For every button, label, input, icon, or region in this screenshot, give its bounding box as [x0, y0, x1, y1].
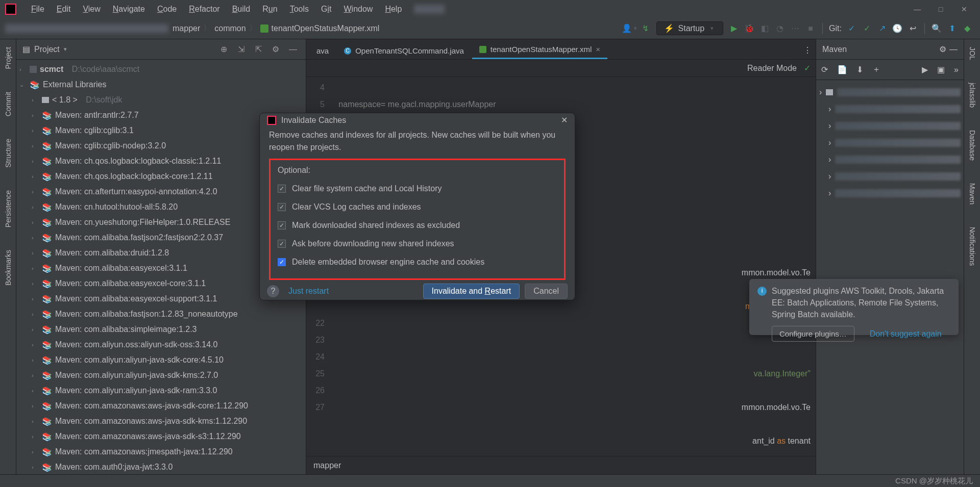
window-maximize[interactable]: □ [930, 5, 951, 13]
reader-mode-label[interactable]: Reader Mode [747, 64, 797, 73]
locate-icon[interactable]: ⊕ [217, 44, 230, 54]
run-maven-icon[interactable]: ▶ [922, 65, 928, 74]
git-push-icon[interactable]: ↗ [874, 21, 890, 36]
stop-button[interactable]: ■ [803, 21, 818, 36]
library-node[interactable]: ›📚Maven: com.amazonaws:aws-java-sdk-s3:1… [16, 429, 306, 444]
menu-file[interactable]: File [26, 3, 50, 16]
git-rollback-icon[interactable]: ↩ [905, 21, 920, 36]
git-history-icon[interactable]: 🕓 [890, 21, 905, 36]
coverage-button[interactable]: ◧ [757, 21, 772, 36]
refresh-icon[interactable]: ⟳ [821, 65, 828, 74]
library-icon: 📚 [42, 279, 52, 289]
library-node[interactable]: ›📚Maven: com.alibaba:fastjson:1.2.83_non… [16, 306, 306, 322]
editor-tab-active[interactable]: tenantOpenStatusMapper.xml× [472, 41, 607, 59]
library-icon: 📚 [42, 172, 52, 182]
menu-window[interactable]: Window [338, 3, 378, 16]
library-node[interactable]: ›📚Maven: com.aliyun:aliyun-java-sdk-kms:… [16, 368, 306, 383]
library-node[interactable]: ›📚Maven: com.aliyun.oss:aliyun-sdk-oss:3… [16, 337, 306, 352]
help-icon[interactable]: ? [267, 285, 279, 297]
close-icon[interactable]: ✕ [561, 115, 568, 125]
commit-tool[interactable]: Commit [4, 92, 12, 118]
library-node[interactable]: ›📚Maven: com.aliyun:aliyun-java-sdk-ram:… [16, 383, 306, 398]
execute-icon[interactable]: ▣ [937, 65, 945, 74]
persistence-tool[interactable]: Persistence [4, 190, 12, 229]
menu-refactor[interactable]: Refactor [184, 3, 225, 16]
bookmarks-tool[interactable]: Bookmarks [4, 250, 12, 288]
user-icon[interactable]: 👤▾ [623, 21, 638, 36]
settings-icon[interactable]: ⚙ [269, 44, 282, 54]
run-button[interactable]: ▶ [726, 21, 742, 36]
attach-button[interactable]: ⋯ [788, 21, 803, 36]
jol-tool[interactable]: JOL [968, 47, 976, 62]
menu-build[interactable]: Build [227, 3, 256, 16]
library-node[interactable]: ›📚Maven: com.alibaba:simpleimage:1.2.3 [16, 322, 306, 337]
library-node[interactable]: ›📚Maven: com.amazonaws:aws-java-sdk-core… [16, 398, 306, 414]
debug-button[interactable]: 🐞 [742, 21, 757, 36]
project-root[interactable]: › scmct D:\code\aaa\scmct [16, 62, 306, 77]
extra-icon[interactable]: ◆ [960, 21, 975, 36]
library-node[interactable]: ›📚Maven: com.auth0:java-jwt:3.3.0 [16, 459, 306, 474]
gear-icon[interactable]: ⚙ [939, 44, 946, 54]
checkbox-ask-download[interactable]: ✓Ask before downloading new shared index… [278, 235, 557, 253]
library-node[interactable]: ›📚Maven: com.amazonaws:jmespath-java:1.1… [16, 444, 306, 459]
run-configuration-select[interactable]: ⚡ Startup ▾ [656, 21, 724, 35]
git-commit-icon[interactable]: ✓ [859, 21, 874, 36]
library-icon: 📚 [42, 432, 52, 442]
jdk-node[interactable]: › < 1.8 > D:\soft\jdk [16, 92, 306, 108]
menu-run[interactable]: Run [257, 3, 282, 16]
editor-tab[interactable]: ava [309, 42, 336, 59]
editor-tab[interactable]: COpenTenantSQLCommand.java [337, 42, 471, 59]
checkbox-clear-vcs[interactable]: ✓Clear VCS Log caches and indexes [278, 198, 557, 216]
menu-git[interactable]: Git [316, 3, 336, 16]
menu-tools[interactable]: Tools [285, 3, 314, 16]
more-tabs-icon[interactable]: ⋮ [799, 41, 816, 59]
checkbox-delete-browser[interactable]: ✓Delete embedded browser engine cache an… [278, 253, 557, 271]
cancel-button[interactable]: Cancel [525, 284, 568, 299]
just-restart-link[interactable]: Just restart [288, 287, 329, 296]
project-tool[interactable]: Project [4, 47, 12, 71]
git-update-icon[interactable]: ✓ [844, 21, 859, 36]
menu-code[interactable]: Code [152, 3, 182, 16]
hide-icon[interactable]: — [949, 45, 958, 54]
sync-icon[interactable]: ⬆ [944, 21, 960, 36]
menu-navigate[interactable]: Navigate [108, 3, 150, 16]
maven-tool[interactable]: Maven [968, 183, 976, 207]
hide-icon[interactable]: — [286, 45, 300, 54]
download-icon[interactable]: ⬇ [856, 65, 863, 74]
database-tool[interactable]: Database [968, 130, 976, 163]
close-tab-icon[interactable]: × [596, 45, 600, 54]
breadcrumb-file[interactable]: tenantOpenStatusMapper.xml [272, 24, 380, 33]
generate-icon[interactable]: 📄 [837, 65, 847, 74]
menu-edit[interactable]: Edit [52, 3, 76, 16]
maven-tree[interactable]: › › › › › › › [816, 80, 964, 474]
window-minimize[interactable]: ― [906, 5, 928, 13]
menu-help[interactable]: Help [380, 3, 407, 16]
profile-button[interactable]: ◔ [772, 21, 788, 36]
search-icon[interactable]: 🔍 [929, 21, 944, 36]
configure-plugins-button[interactable]: Configure plugins… [772, 326, 854, 342]
collapse-icon[interactable]: ⇱ [252, 44, 265, 54]
hammer-icon[interactable]: ↯ [638, 21, 653, 36]
checkbox-mark-excluded[interactable]: ✓Mark downloaded shared indexes as exclu… [278, 216, 557, 235]
breadcrumb-seg[interactable]: mapper [173, 24, 200, 33]
breadcrumb-seg[interactable]: common [214, 24, 246, 33]
more-icon[interactable]: » [954, 65, 959, 74]
expand-icon[interactable]: ⇲ [234, 44, 248, 54]
window-close[interactable]: ✕ [953, 5, 975, 13]
notifications-tool[interactable]: Notifications [968, 227, 976, 268]
structure-tool[interactable]: Structure [4, 139, 12, 170]
library-icon: 📚 [42, 386, 52, 396]
library-node[interactable]: ›📚Maven: com.amazonaws:aws-java-sdk-kms:… [16, 414, 306, 429]
add-icon[interactable]: ＋ [872, 64, 880, 75]
menu-view[interactable]: View [78, 3, 105, 16]
dont-suggest-link[interactable]: Don't suggest again [870, 326, 942, 342]
notification-text: Suggested plugins AWS Toolkit, Drools, J… [772, 285, 950, 321]
dropdown-icon[interactable]: ▾ [64, 46, 67, 53]
library-node[interactable]: ›📚Maven: com.aliyun:aliyun-java-sdk-core… [16, 352, 306, 368]
checkbox-clear-fs[interactable]: ✓Clear file system cache and Local Histo… [278, 180, 557, 198]
reader-check-icon[interactable]: ✓ [804, 63, 811, 73]
external-libraries[interactable]: ⌄📚 External Libraries [16, 77, 306, 92]
library-icon: 📚 [42, 141, 52, 151]
jclasslib-tool[interactable]: jclasslib [968, 83, 976, 110]
invalidate-restart-button[interactable]: Invalidate and Restart [423, 284, 520, 299]
